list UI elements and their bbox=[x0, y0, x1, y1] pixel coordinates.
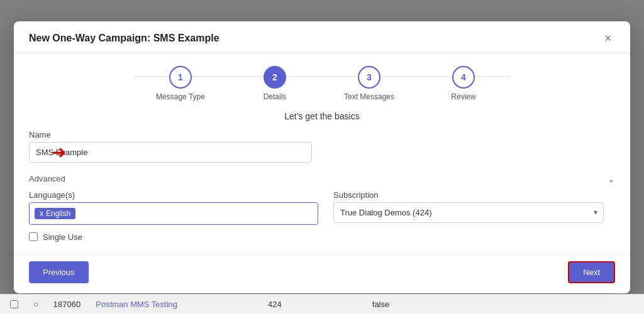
row-number: 424 bbox=[268, 300, 282, 309]
step-3[interactable]: 3 Text Messages bbox=[322, 66, 416, 101]
name-input[interactable] bbox=[29, 142, 312, 163]
modal-body: Name ➜ Advanced ⌄ Language(s) bbox=[14, 130, 630, 254]
step-1-label: Message Type bbox=[156, 92, 205, 101]
step-2-circle: 2 bbox=[264, 66, 286, 89]
advanced-row[interactable]: Advanced ⌄ bbox=[29, 170, 615, 190]
subscription-select[interactable]: True Dialog Demos (424) bbox=[333, 202, 604, 223]
row-name[interactable]: Postman MMS Testing bbox=[96, 300, 177, 309]
step-2[interactable]: 2 Details bbox=[228, 66, 322, 101]
single-use-label: Single Use bbox=[43, 232, 82, 242]
tag-x[interactable]: x bbox=[40, 209, 43, 218]
step-4-label: Review bbox=[451, 92, 475, 101]
subscription-field: Subscription True Dialog Demos (424) ▾ bbox=[333, 190, 604, 225]
subscription-label: Subscription bbox=[333, 190, 604, 200]
single-use-checkbox[interactable] bbox=[29, 232, 38, 241]
step-4[interactable]: 4 Review bbox=[416, 66, 511, 101]
languages-label: Language(s) bbox=[29, 190, 318, 200]
chevron-down-icon: ⌄ bbox=[608, 174, 615, 184]
modal-title: New One-Way Campaign: SMS Example bbox=[29, 33, 219, 44]
modal-footer: Previous Next bbox=[14, 254, 630, 293]
row-status: false bbox=[372, 300, 389, 309]
step-1-circle: 1 bbox=[169, 66, 192, 89]
languages-subscription-row: Language(s) x English Subscription True … bbox=[29, 190, 615, 225]
languages-input-wrapper[interactable]: x English bbox=[29, 202, 318, 225]
languages-field: Language(s) x English bbox=[29, 190, 318, 225]
close-button[interactable]: × bbox=[601, 31, 615, 45]
step-3-circle: 3 bbox=[358, 66, 380, 89]
step-1[interactable]: 1 Message Type bbox=[133, 66, 228, 101]
next-button[interactable]: Next bbox=[568, 261, 615, 283]
subscription-wrapper: True Dialog Demos (424) ▾ bbox=[333, 202, 604, 223]
step-2-label: Details bbox=[264, 92, 287, 101]
step-3-label: Text Messages bbox=[344, 92, 394, 101]
red-arrow: ➜ bbox=[52, 142, 66, 163]
single-use-row: Single Use bbox=[29, 232, 615, 242]
name-label: Name bbox=[29, 130, 615, 139]
english-tag[interactable]: x English bbox=[35, 208, 75, 219]
modal-overlay: New One-Way Campaign: SMS Example × 1 Me… bbox=[0, 0, 644, 314]
row-id: 187060 bbox=[53, 300, 80, 309]
step-4-circle: 4 bbox=[452, 66, 475, 89]
modal-header: New One-Way Campaign: SMS Example × bbox=[14, 21, 630, 53]
tag-label: English bbox=[46, 209, 70, 218]
name-input-container: ➜ bbox=[29, 142, 615, 163]
name-field-group: Name ➜ bbox=[29, 130, 615, 163]
table-row: ○ 187060 Postman MMS Testing 424 false bbox=[0, 294, 644, 314]
previous-button[interactable]: Previous bbox=[29, 261, 89, 283]
section-subtitle: Let's get the basics bbox=[14, 109, 630, 130]
modal-dialog: New One-Way Campaign: SMS Example × 1 Me… bbox=[14, 21, 630, 293]
steps-container: 1 Message Type 2 Details 3 Text Messages… bbox=[14, 53, 630, 109]
row-icon: ○ bbox=[33, 300, 38, 309]
advanced-label: Advanced bbox=[29, 174, 65, 183]
row-checkbox[interactable] bbox=[10, 300, 18, 308]
